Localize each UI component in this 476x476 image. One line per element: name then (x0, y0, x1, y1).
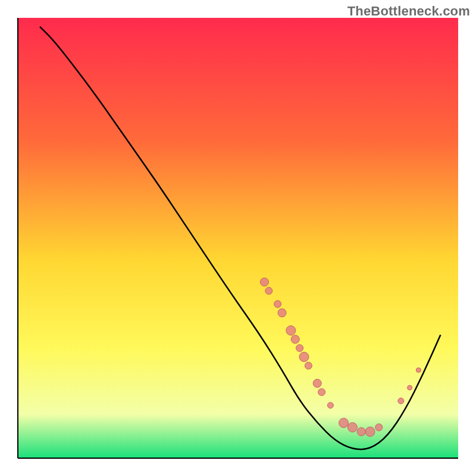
plot-background (18, 18, 458, 458)
data-marker (357, 428, 365, 436)
data-marker (260, 278, 268, 286)
data-marker (313, 379, 321, 387)
data-marker (347, 422, 357, 432)
data-marker (265, 287, 273, 295)
bottleneck-chart: TheBottleneck.com (0, 0, 476, 476)
data-marker (398, 398, 404, 404)
data-marker (339, 418, 349, 428)
data-marker (318, 389, 325, 396)
data-marker (299, 352, 309, 362)
data-marker (327, 402, 333, 408)
data-marker (291, 335, 299, 343)
data-marker (286, 325, 296, 335)
chart-canvas (0, 0, 476, 476)
data-marker (375, 424, 383, 431)
watermark-text: TheBottleneck.com (347, 4, 470, 19)
data-marker (408, 386, 412, 390)
data-marker (365, 427, 375, 437)
data-marker (416, 368, 421, 372)
data-marker (296, 345, 303, 352)
data-marker (274, 300, 281, 308)
data-marker (305, 362, 312, 369)
data-marker (278, 309, 286, 317)
